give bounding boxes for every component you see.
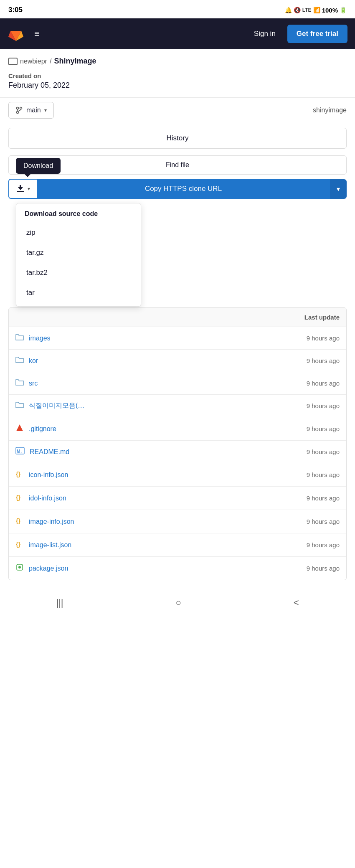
file-name[interactable]: image-info.json <box>29 518 307 525</box>
created-date: February 05, 2022 <box>8 81 347 90</box>
clone-dropdown-button[interactable]: ▾ <box>330 179 347 199</box>
file-name[interactable]: idol-info.json <box>29 495 307 502</box>
file-name[interactable]: kor <box>29 357 307 365</box>
table-row[interactable]: kor 9 hours ago <box>9 350 346 372</box>
file-update: 9 hours ago <box>307 448 340 455</box>
file-name[interactable]: icon-info.json <box>29 471 307 479</box>
file-name[interactable]: .gitignore <box>29 425 307 433</box>
table-row[interactable]: M↓ README.md 9 hours ago <box>9 441 346 463</box>
app-header: ≡ Sign in Get free trial <box>0 18 355 49</box>
folder-icon <box>15 356 24 365</box>
nav-recent-apps[interactable]: ||| <box>48 596 71 610</box>
history-button[interactable]: History <box>8 128 347 149</box>
download-chevron-icon: ▾ <box>28 186 30 192</box>
hamburger-menu-icon[interactable]: ≡ <box>31 27 43 41</box>
file-update: 9 hours ago <box>307 357 340 364</box>
svg-point-18 <box>18 566 21 569</box>
download-targz-item[interactable]: tar.gz <box>16 243 141 263</box>
file-update: 9 hours ago <box>307 495 340 502</box>
clone-section: Download ▾ Copy HTTPS clone URL ▾ Downlo… <box>8 179 347 199</box>
signin-link[interactable]: Sign in <box>249 26 281 41</box>
folder-icon <box>15 401 24 411</box>
file-update: 9 hours ago <box>307 541 340 548</box>
get-free-trial-button[interactable]: Get free trial <box>287 25 347 43</box>
branch-selector[interactable]: main ▾ <box>8 102 54 119</box>
file-update: 9 hours ago <box>307 380 340 387</box>
svg-text:{}: {} <box>16 494 20 501</box>
json-icon: {} <box>15 540 24 550</box>
svg-text:{}: {} <box>16 541 20 548</box>
file-update: 9 hours ago <box>307 518 340 525</box>
svg-rect-9 <box>20 185 21 188</box>
table-row[interactable]: package.json 9 hours ago <box>9 557 346 580</box>
breadcrumb-separator: / <box>50 58 51 65</box>
table-row[interactable]: {} icon-info.json 9 hours ago <box>9 463 346 487</box>
download-icon <box>16 185 25 193</box>
svg-text:{}: {} <box>16 471 20 477</box>
created-section: Created on February 05, 2022 <box>0 70 355 97</box>
file-update: 9 hours ago <box>307 471 340 478</box>
gitlab-logo <box>8 25 24 42</box>
table-row[interactable]: {} image-list.json 9 hours ago <box>9 533 346 557</box>
bottom-nav: ||| ○ < <box>0 588 355 620</box>
action-section: Find file Download ▾ Copy HTTPS clone UR… <box>0 154 355 199</box>
file-update: 9 hours ago <box>307 335 340 342</box>
download-button[interactable]: ▾ <box>8 179 37 199</box>
copy-https-button[interactable]: Copy HTTPS clone URL <box>37 179 330 199</box>
branch-row: main ▾ shinyimage <box>0 97 355 123</box>
file-name[interactable]: 식질이미지모음(… <box>29 401 307 410</box>
col-update-header: Last update <box>304 314 340 321</box>
svg-point-5 <box>20 107 22 109</box>
table-row[interactable]: src 9 hours ago <box>9 372 346 395</box>
network-icon: LTE <box>302 7 312 13</box>
file-list-header: Last update <box>9 308 346 327</box>
file-name[interactable]: image-list.json <box>29 541 307 549</box>
mute-icon: 🔇 <box>294 7 301 13</box>
file-name[interactable]: images <box>29 335 307 342</box>
created-label: Created on <box>8 72 347 79</box>
nav-back[interactable]: < <box>285 596 307 610</box>
table-row[interactable]: {} image-info.json 9 hours ago <box>9 510 346 533</box>
file-update: 9 hours ago <box>307 425 340 432</box>
table-row[interactable]: .gitignore 9 hours ago <box>9 417 346 441</box>
file-name[interactable]: src <box>29 380 307 387</box>
branch-name: main <box>26 107 41 114</box>
download-dropdown: Download source code zip tar.gz tar.bz2 … <box>16 203 141 307</box>
alarm-icon: 🔔 <box>285 7 292 13</box>
file-update: 9 hours ago <box>307 402 340 409</box>
svg-point-4 <box>17 112 19 114</box>
svg-point-3 <box>17 107 19 109</box>
table-row[interactable]: images 9 hours ago <box>9 327 346 350</box>
dropdown-title: Download source code <box>16 208 141 223</box>
file-name[interactable]: package.json <box>29 565 307 572</box>
folder-icon <box>15 378 24 388</box>
file-name[interactable]: README.md <box>30 448 307 456</box>
svg-text:{}: {} <box>16 518 20 524</box>
file-update: 9 hours ago <box>307 565 340 572</box>
download-zip-item[interactable]: zip <box>16 223 141 243</box>
battery-icon: 🔋 <box>340 7 347 13</box>
download-tar-item[interactable]: tar <box>16 283 141 303</box>
svg-marker-10 <box>16 424 23 431</box>
gitignore-icon <box>15 424 24 434</box>
repo-name-label: shinyimage <box>313 107 347 114</box>
branch-chevron-icon: ▾ <box>44 107 47 113</box>
status-time: 3:05 <box>8 6 23 14</box>
json-icon: {} <box>15 516 24 527</box>
breadcrumb: newbiepr / ShinyImage <box>0 49 355 70</box>
breadcrumb-repo[interactable]: ShinyImage <box>54 57 96 66</box>
json-icon: {} <box>15 470 24 480</box>
download-tarbz2-item[interactable]: tar.bz2 <box>16 263 141 283</box>
nav-home[interactable]: ○ <box>167 596 189 610</box>
table-row[interactable]: 식질이미지모음(… 9 hours ago <box>9 395 346 417</box>
package-icon <box>15 563 24 574</box>
breadcrumb-owner[interactable]: newbiepr <box>20 58 47 65</box>
svg-text:M↓: M↓ <box>17 449 22 454</box>
clone-row: ▾ Copy HTTPS clone URL ▾ <box>8 179 347 199</box>
battery-text: 100% <box>322 7 338 14</box>
status-icons: 🔔 🔇 LTE 📶 100% 🔋 <box>285 7 347 14</box>
signal-icon: 📶 <box>313 7 320 13</box>
svg-rect-7 <box>17 191 24 192</box>
table-row[interactable]: {} idol-info.json 9 hours ago <box>9 487 346 510</box>
folder-icon <box>15 333 24 343</box>
